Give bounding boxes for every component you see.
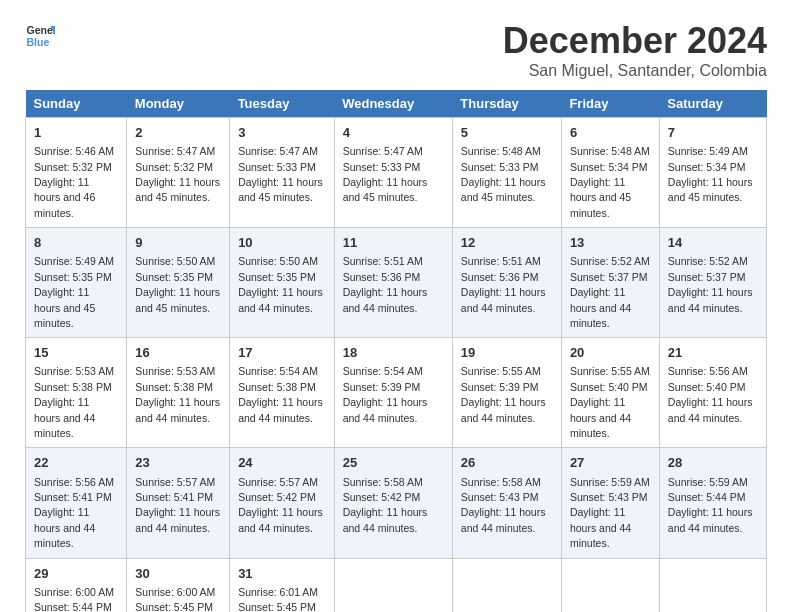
day-number: 22	[34, 454, 118, 472]
day-number: 13	[570, 234, 651, 252]
day-info: Sunrise: 5:55 AMSunset: 5:39 PMDaylight:…	[461, 365, 546, 423]
calendar-cell: 26Sunrise: 5:58 AMSunset: 5:43 PMDayligh…	[452, 448, 561, 558]
calendar-cell: 13Sunrise: 5:52 AMSunset: 5:37 PMDayligh…	[561, 228, 659, 338]
calendar-cell: 19Sunrise: 5:55 AMSunset: 5:39 PMDayligh…	[452, 338, 561, 448]
calendar-cell: 7Sunrise: 5:49 AMSunset: 5:34 PMDaylight…	[659, 118, 766, 228]
calendar-cell: 18Sunrise: 5:54 AMSunset: 5:39 PMDayligh…	[334, 338, 452, 448]
day-number: 9	[135, 234, 221, 252]
calendar-cell: 15Sunrise: 5:53 AMSunset: 5:38 PMDayligh…	[26, 338, 127, 448]
calendar-cell	[561, 558, 659, 612]
calendar-cell: 28Sunrise: 5:59 AMSunset: 5:44 PMDayligh…	[659, 448, 766, 558]
col-header-friday: Friday	[561, 90, 659, 118]
day-number: 23	[135, 454, 221, 472]
day-info: Sunrise: 5:48 AMSunset: 5:34 PMDaylight:…	[570, 145, 650, 219]
day-info: Sunrise: 5:54 AMSunset: 5:39 PMDaylight:…	[343, 365, 428, 423]
day-info: Sunrise: 5:58 AMSunset: 5:43 PMDaylight:…	[461, 476, 546, 534]
calendar-cell: 1Sunrise: 5:46 AMSunset: 5:32 PMDaylight…	[26, 118, 127, 228]
day-number: 28	[668, 454, 758, 472]
calendar-cell: 30Sunrise: 6:00 AMSunset: 5:45 PMDayligh…	[127, 558, 230, 612]
day-info: Sunrise: 5:55 AMSunset: 5:40 PMDaylight:…	[570, 365, 650, 439]
day-info: Sunrise: 5:51 AMSunset: 5:36 PMDaylight:…	[343, 255, 428, 313]
col-header-wednesday: Wednesday	[334, 90, 452, 118]
week-row-1: 1Sunrise: 5:46 AMSunset: 5:32 PMDaylight…	[26, 118, 767, 228]
day-number: 14	[668, 234, 758, 252]
calendar-cell: 17Sunrise: 5:54 AMSunset: 5:38 PMDayligh…	[230, 338, 335, 448]
day-number: 21	[668, 344, 758, 362]
svg-text:General: General	[27, 24, 56, 36]
header-row: SundayMondayTuesdayWednesdayThursdayFrid…	[26, 90, 767, 118]
calendar-cell: 9Sunrise: 5:50 AMSunset: 5:35 PMDaylight…	[127, 228, 230, 338]
week-row-4: 22Sunrise: 5:56 AMSunset: 5:41 PMDayligh…	[26, 448, 767, 558]
calendar-cell	[334, 558, 452, 612]
day-info: Sunrise: 6:01 AMSunset: 5:45 PMDaylight:…	[238, 586, 323, 612]
day-info: Sunrise: 5:47 AMSunset: 5:33 PMDaylight:…	[343, 145, 428, 203]
calendar-cell: 22Sunrise: 5:56 AMSunset: 5:41 PMDayligh…	[26, 448, 127, 558]
day-info: Sunrise: 5:48 AMSunset: 5:33 PMDaylight:…	[461, 145, 546, 203]
day-number: 6	[570, 124, 651, 142]
day-info: Sunrise: 5:49 AMSunset: 5:34 PMDaylight:…	[668, 145, 753, 203]
day-number: 12	[461, 234, 553, 252]
calendar-cell: 5Sunrise: 5:48 AMSunset: 5:33 PMDaylight…	[452, 118, 561, 228]
day-number: 24	[238, 454, 326, 472]
day-number: 1	[34, 124, 118, 142]
calendar-cell: 20Sunrise: 5:55 AMSunset: 5:40 PMDayligh…	[561, 338, 659, 448]
calendar-cell: 11Sunrise: 5:51 AMSunset: 5:36 PMDayligh…	[334, 228, 452, 338]
day-number: 4	[343, 124, 444, 142]
calendar-cell: 10Sunrise: 5:50 AMSunset: 5:35 PMDayligh…	[230, 228, 335, 338]
calendar-cell	[659, 558, 766, 612]
logo-icon: General Blue	[25, 20, 55, 50]
col-header-sunday: Sunday	[26, 90, 127, 118]
day-number: 8	[34, 234, 118, 252]
day-number: 27	[570, 454, 651, 472]
main-title: December 2024	[503, 20, 767, 62]
day-number: 26	[461, 454, 553, 472]
calendar-cell: 29Sunrise: 6:00 AMSunset: 5:44 PMDayligh…	[26, 558, 127, 612]
calendar-table: SundayMondayTuesdayWednesdayThursdayFrid…	[25, 90, 767, 612]
col-header-tuesday: Tuesday	[230, 90, 335, 118]
calendar-cell: 24Sunrise: 5:57 AMSunset: 5:42 PMDayligh…	[230, 448, 335, 558]
calendar-cell: 12Sunrise: 5:51 AMSunset: 5:36 PMDayligh…	[452, 228, 561, 338]
day-info: Sunrise: 5:56 AMSunset: 5:41 PMDaylight:…	[34, 476, 114, 550]
day-info: Sunrise: 5:46 AMSunset: 5:32 PMDaylight:…	[34, 145, 114, 219]
day-number: 15	[34, 344, 118, 362]
col-header-saturday: Saturday	[659, 90, 766, 118]
day-number: 20	[570, 344, 651, 362]
day-number: 10	[238, 234, 326, 252]
calendar-cell: 23Sunrise: 5:57 AMSunset: 5:41 PMDayligh…	[127, 448, 230, 558]
day-info: Sunrise: 5:56 AMSunset: 5:40 PMDaylight:…	[668, 365, 753, 423]
day-info: Sunrise: 5:53 AMSunset: 5:38 PMDaylight:…	[135, 365, 220, 423]
week-row-2: 8Sunrise: 5:49 AMSunset: 5:35 PMDaylight…	[26, 228, 767, 338]
day-info: Sunrise: 5:59 AMSunset: 5:43 PMDaylight:…	[570, 476, 650, 550]
day-info: Sunrise: 5:57 AMSunset: 5:42 PMDaylight:…	[238, 476, 323, 534]
page-header: General Blue December 2024 San Miguel, S…	[25, 20, 767, 80]
calendar-cell: 21Sunrise: 5:56 AMSunset: 5:40 PMDayligh…	[659, 338, 766, 448]
calendar-cell: 8Sunrise: 5:49 AMSunset: 5:35 PMDaylight…	[26, 228, 127, 338]
calendar-cell: 31Sunrise: 6:01 AMSunset: 5:45 PMDayligh…	[230, 558, 335, 612]
day-number: 5	[461, 124, 553, 142]
subtitle: San Miguel, Santander, Colombia	[503, 62, 767, 80]
col-header-monday: Monday	[127, 90, 230, 118]
calendar-cell: 16Sunrise: 5:53 AMSunset: 5:38 PMDayligh…	[127, 338, 230, 448]
day-number: 16	[135, 344, 221, 362]
day-info: Sunrise: 5:49 AMSunset: 5:35 PMDaylight:…	[34, 255, 114, 329]
day-info: Sunrise: 6:00 AMSunset: 5:45 PMDaylight:…	[135, 586, 220, 612]
calendar-cell: 6Sunrise: 5:48 AMSunset: 5:34 PMDaylight…	[561, 118, 659, 228]
day-info: Sunrise: 5:52 AMSunset: 5:37 PMDaylight:…	[570, 255, 650, 329]
day-info: Sunrise: 5:59 AMSunset: 5:44 PMDaylight:…	[668, 476, 753, 534]
calendar-cell: 25Sunrise: 5:58 AMSunset: 5:42 PMDayligh…	[334, 448, 452, 558]
week-row-5: 29Sunrise: 6:00 AMSunset: 5:44 PMDayligh…	[26, 558, 767, 612]
day-info: Sunrise: 5:51 AMSunset: 5:36 PMDaylight:…	[461, 255, 546, 313]
calendar-cell: 4Sunrise: 5:47 AMSunset: 5:33 PMDaylight…	[334, 118, 452, 228]
day-info: Sunrise: 5:57 AMSunset: 5:41 PMDaylight:…	[135, 476, 220, 534]
day-info: Sunrise: 5:50 AMSunset: 5:35 PMDaylight:…	[238, 255, 323, 313]
day-number: 18	[343, 344, 444, 362]
day-number: 25	[343, 454, 444, 472]
title-area: December 2024 San Miguel, Santander, Col…	[503, 20, 767, 80]
day-number: 2	[135, 124, 221, 142]
calendar-cell: 2Sunrise: 5:47 AMSunset: 5:32 PMDaylight…	[127, 118, 230, 228]
day-number: 19	[461, 344, 553, 362]
calendar-cell: 14Sunrise: 5:52 AMSunset: 5:37 PMDayligh…	[659, 228, 766, 338]
svg-text:Blue: Blue	[27, 36, 50, 48]
day-info: Sunrise: 5:50 AMSunset: 5:35 PMDaylight:…	[135, 255, 220, 313]
day-info: Sunrise: 5:58 AMSunset: 5:42 PMDaylight:…	[343, 476, 428, 534]
